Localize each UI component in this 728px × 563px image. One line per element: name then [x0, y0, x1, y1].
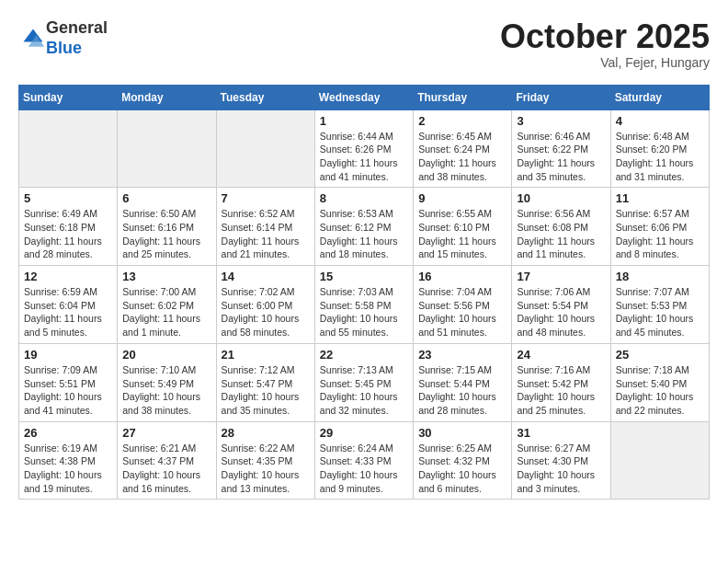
day-number: 27: [122, 426, 210, 440]
day-cell: 28Sunrise: 6:22 AM Sunset: 4:35 PM Dayli…: [216, 421, 314, 500]
day-detail: Sunrise: 7:02 AM Sunset: 6:00 PM Dayligh…: [222, 285, 310, 339]
day-detail: Sunrise: 6:57 AM Sunset: 6:06 PM Dayligh…: [616, 207, 704, 261]
day-detail: Sunrise: 7:13 AM Sunset: 5:45 PM Dayligh…: [320, 363, 408, 418]
day-cell: 18Sunrise: 7:07 AM Sunset: 5:53 PM Dayli…: [610, 266, 709, 344]
day-number: 20: [122, 348, 210, 362]
weekday-header-thursday: Thursday: [414, 85, 512, 109]
day-number: 28: [222, 426, 310, 440]
day-cell: 11Sunrise: 6:57 AM Sunset: 6:06 PM Dayli…: [610, 188, 709, 266]
day-cell: 10Sunrise: 6:56 AM Sunset: 6:08 PM Dayli…: [512, 188, 610, 266]
day-number: 29: [320, 426, 408, 440]
day-cell: 7Sunrise: 6:52 AM Sunset: 6:14 PM Daylig…: [216, 188, 314, 266]
day-cell: [19, 109, 118, 188]
day-number: 26: [24, 426, 112, 440]
day-cell: 15Sunrise: 7:03 AM Sunset: 5:58 PM Dayli…: [314, 266, 413, 344]
calendar-table: SundayMondayTuesdayWednesdayThursdayFrid…: [18, 85, 710, 500]
day-number: 2: [418, 114, 506, 128]
day-detail: Sunrise: 6:21 AM Sunset: 4:37 PM Dayligh…: [122, 442, 210, 496]
day-number: 19: [24, 348, 112, 362]
day-detail: Sunrise: 6:22 AM Sunset: 4:35 PM Dayligh…: [222, 442, 310, 496]
day-number: 9: [418, 191, 506, 205]
day-detail: Sunrise: 6:53 AM Sunset: 6:12 PM Dayligh…: [320, 207, 408, 261]
week-row-3: 12Sunrise: 6:59 AM Sunset: 6:04 PM Dayli…: [19, 266, 710, 344]
day-number: 4: [616, 114, 704, 128]
day-cell: 17Sunrise: 7:06 AM Sunset: 5:54 PM Dayli…: [512, 266, 610, 344]
day-detail: Sunrise: 7:09 AM Sunset: 5:51 PM Dayligh…: [24, 363, 112, 418]
day-detail: Sunrise: 7:00 AM Sunset: 6:02 PM Dayligh…: [122, 285, 210, 339]
day-number: 31: [517, 426, 605, 440]
day-number: 3: [517, 114, 605, 128]
day-detail: Sunrise: 6:59 AM Sunset: 6:04 PM Dayligh…: [24, 285, 112, 339]
day-number: 10: [517, 191, 605, 205]
weekday-header-row: SundayMondayTuesdayWednesdayThursdayFrid…: [19, 85, 710, 109]
day-detail: Sunrise: 6:46 AM Sunset: 6:22 PM Dayligh…: [517, 130, 605, 184]
day-detail: Sunrise: 6:56 AM Sunset: 6:08 PM Dayligh…: [517, 207, 605, 261]
day-detail: Sunrise: 6:45 AM Sunset: 6:24 PM Dayligh…: [418, 130, 506, 184]
day-detail: Sunrise: 7:04 AM Sunset: 5:56 PM Dayligh…: [418, 285, 506, 339]
day-cell: 16Sunrise: 7:04 AM Sunset: 5:56 PM Dayli…: [414, 266, 512, 344]
day-number: 30: [418, 426, 506, 440]
day-number: 8: [320, 191, 408, 205]
week-row-4: 19Sunrise: 7:09 AM Sunset: 5:51 PM Dayli…: [19, 343, 710, 421]
logo: General Blue: [18, 18, 108, 58]
day-cell: 14Sunrise: 7:02 AM Sunset: 6:00 PM Dayli…: [216, 266, 314, 344]
week-row-2: 5Sunrise: 6:49 AM Sunset: 6:18 PM Daylig…: [19, 188, 710, 266]
weekday-header-tuesday: Tuesday: [216, 85, 314, 109]
day-cell: 27Sunrise: 6:21 AM Sunset: 4:37 PM Dayli…: [118, 421, 216, 500]
day-cell: 12Sunrise: 6:59 AM Sunset: 6:04 PM Dayli…: [19, 266, 118, 344]
day-number: 13: [122, 270, 210, 283]
day-detail: Sunrise: 7:16 AM Sunset: 5:42 PM Dayligh…: [517, 363, 605, 418]
logo-blue: Blue: [46, 39, 82, 57]
day-number: 5: [24, 191, 112, 205]
day-cell: 9Sunrise: 6:55 AM Sunset: 6:10 PM Daylig…: [414, 188, 512, 266]
day-number: 11: [616, 191, 704, 205]
day-cell: 19Sunrise: 7:09 AM Sunset: 5:51 PM Dayli…: [19, 343, 118, 421]
logo-general: General: [46, 18, 108, 37]
day-detail: Sunrise: 6:25 AM Sunset: 4:32 PM Dayligh…: [418, 442, 506, 496]
title-block: October 2025 Val, Fejer, Hungary: [500, 18, 710, 70]
day-cell: 23Sunrise: 7:15 AM Sunset: 5:44 PM Dayli…: [414, 343, 512, 421]
day-cell: 4Sunrise: 6:48 AM Sunset: 6:20 PM Daylig…: [610, 109, 709, 188]
day-detail: Sunrise: 6:44 AM Sunset: 6:26 PM Dayligh…: [320, 130, 408, 184]
weekday-header-sunday: Sunday: [19, 85, 118, 109]
day-cell: 1Sunrise: 6:44 AM Sunset: 6:26 PM Daylig…: [314, 109, 413, 188]
day-cell: 6Sunrise: 6:50 AM Sunset: 6:16 PM Daylig…: [118, 188, 216, 266]
day-number: 22: [320, 348, 408, 362]
day-number: 23: [418, 348, 506, 362]
day-cell: 2Sunrise: 6:45 AM Sunset: 6:24 PM Daylig…: [414, 109, 512, 188]
day-cell: [610, 421, 709, 500]
day-cell: 24Sunrise: 7:16 AM Sunset: 5:42 PM Dayli…: [512, 343, 610, 421]
day-number: 6: [122, 191, 210, 205]
week-row-5: 26Sunrise: 6:19 AM Sunset: 4:38 PM Dayli…: [19, 421, 710, 500]
day-cell: 26Sunrise: 6:19 AM Sunset: 4:38 PM Dayli…: [19, 421, 118, 500]
day-cell: 22Sunrise: 7:13 AM Sunset: 5:45 PM Dayli…: [314, 343, 413, 421]
week-row-1: 1Sunrise: 6:44 AM Sunset: 6:26 PM Daylig…: [19, 109, 710, 188]
day-detail: Sunrise: 6:24 AM Sunset: 4:33 PM Dayligh…: [320, 442, 408, 496]
day-number: 7: [222, 191, 310, 205]
weekday-header-wednesday: Wednesday: [314, 85, 413, 109]
day-number: 16: [418, 270, 506, 283]
day-number: 12: [24, 270, 112, 283]
day-number: 21: [222, 348, 310, 362]
day-cell: 13Sunrise: 7:00 AM Sunset: 6:02 PM Dayli…: [118, 266, 216, 344]
day-number: 24: [517, 348, 605, 362]
page-header: General Blue October 2025 Val, Fejer, Hu…: [18, 18, 710, 70]
location-subtitle: Val, Fejer, Hungary: [500, 55, 710, 70]
day-detail: Sunrise: 6:19 AM Sunset: 4:38 PM Dayligh…: [24, 442, 112, 496]
day-cell: [118, 109, 216, 188]
day-detail: Sunrise: 6:52 AM Sunset: 6:14 PM Dayligh…: [222, 207, 310, 261]
day-cell: 30Sunrise: 6:25 AM Sunset: 4:32 PM Dayli…: [414, 421, 512, 500]
day-detail: Sunrise: 7:03 AM Sunset: 5:58 PM Dayligh…: [320, 285, 408, 339]
day-cell: 8Sunrise: 6:53 AM Sunset: 6:12 PM Daylig…: [314, 188, 413, 266]
day-cell: 29Sunrise: 6:24 AM Sunset: 4:33 PM Dayli…: [314, 421, 413, 500]
day-detail: Sunrise: 6:48 AM Sunset: 6:20 PM Dayligh…: [616, 130, 704, 184]
day-cell: 5Sunrise: 6:49 AM Sunset: 6:18 PM Daylig…: [19, 188, 118, 266]
day-number: 18: [616, 270, 704, 283]
day-detail: Sunrise: 7:18 AM Sunset: 5:40 PM Dayligh…: [616, 363, 704, 418]
day-cell: [216, 109, 314, 188]
day-number: 17: [517, 270, 605, 283]
weekday-header-monday: Monday: [118, 85, 216, 109]
day-detail: Sunrise: 7:06 AM Sunset: 5:54 PM Dayligh…: [517, 285, 605, 339]
day-detail: Sunrise: 7:10 AM Sunset: 5:49 PM Dayligh…: [122, 363, 210, 418]
month-title: October 2025: [500, 18, 710, 55]
